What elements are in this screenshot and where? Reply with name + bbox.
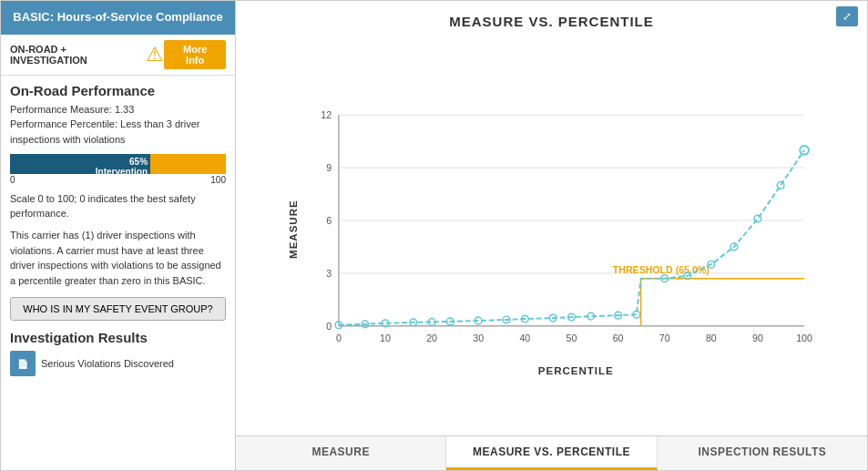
svg-text:3: 3 [326,268,332,279]
svg-text:50: 50 [567,333,577,343]
svg-text:0: 0 [326,321,332,332]
chart-area: MEASURE PERCENTILE 0 3 6 9 12 0 10 [236,33,867,435]
chart-title: MEASURE VS. PERCENTILE [236,1,867,33]
svg-text:70: 70 [659,333,670,343]
svg-text:40: 40 [519,333,530,343]
svg-point-47 [777,182,784,189]
left-panel: BASIC: Hours-of-Service Compliance ON-RO… [1,1,236,470]
subheader-text: ON-ROAD + INVESTIGATION [10,44,140,66]
svg-point-46 [754,215,761,222]
svg-text:80: 80 [706,333,717,343]
carrier-text: This carrier has (1) driver inspections … [10,228,226,288]
bar-orange [150,154,226,174]
tab-measure-vs-percentile[interactable]: MEASURE VS. PERCENTILE [446,436,657,470]
document-icon: 📄 [10,351,36,376]
tab-measure[interactable]: MEASURE [236,436,446,470]
svg-text:12: 12 [321,109,332,120]
investigation-section-title: Investigation Results [10,330,226,345]
bottom-tabs: MEASURE MEASURE VS. PERCENTILE INSPECTIO… [236,435,867,470]
svg-text:30: 30 [473,333,484,343]
threshold-label: 65%InterventionThreshold [96,154,150,187]
chart-svg: MEASURE PERCENTILE 0 3 6 9 12 0 10 [286,42,831,399]
investigation-item-text: Serious Violations Discovered [41,358,174,369]
perf-measure-text: Performance Measure: 1.33 Performance Pe… [10,102,226,148]
more-info-button[interactable]: More Info [164,40,226,69]
svg-text:10: 10 [380,333,391,343]
svg-text:60: 60 [613,333,624,343]
warning-icon: ⚠ [146,43,164,67]
investigation-item: 📄 Serious Violations Discovered [10,351,226,376]
safety-group-button[interactable]: WHO IS IN MY SAFETY EVENT GROUP? [10,297,226,321]
svg-text:PERCENTILE: PERCENTILE [538,365,614,376]
panel-subheader: ON-ROAD + INVESTIGATION ⚠ More Info [1,35,235,76]
svg-text:6: 6 [326,215,332,226]
performance-bar: 65%InterventionThreshold 0 100 [10,154,226,185]
svg-text:0: 0 [336,333,342,343]
tab-inspection-results[interactable]: INSPECTION RESULTS [658,436,867,470]
svg-text:MEASURE: MEASURE [288,200,299,259]
svg-text:9: 9 [326,162,332,173]
svg-text:20: 20 [426,333,437,343]
svg-text:THRESHOLD (65.0%): THRESHOLD (65.0%) [613,264,710,275]
svg-text:90: 90 [752,333,763,343]
svg-text:100: 100 [796,333,812,343]
panel-header-text: BASIC: Hours-of-Service Compliance [13,10,222,24]
scale-text: Scale 0 to 100; 0 indicates the best saf… [10,192,226,220]
panel-header: BASIC: Hours-of-Service Compliance [1,1,235,35]
performance-section-title: On-Road Performance [10,83,226,98]
panel-body: On-Road Performance Performance Measure:… [1,76,235,470]
right-panel: MEASURE VS. PERCENTILE ⤢ MEASURE PERCENT… [236,1,867,470]
app-container: BASIC: Hours-of-Service Compliance ON-RO… [0,0,868,471]
expand-button[interactable]: ⤢ [836,6,858,26]
